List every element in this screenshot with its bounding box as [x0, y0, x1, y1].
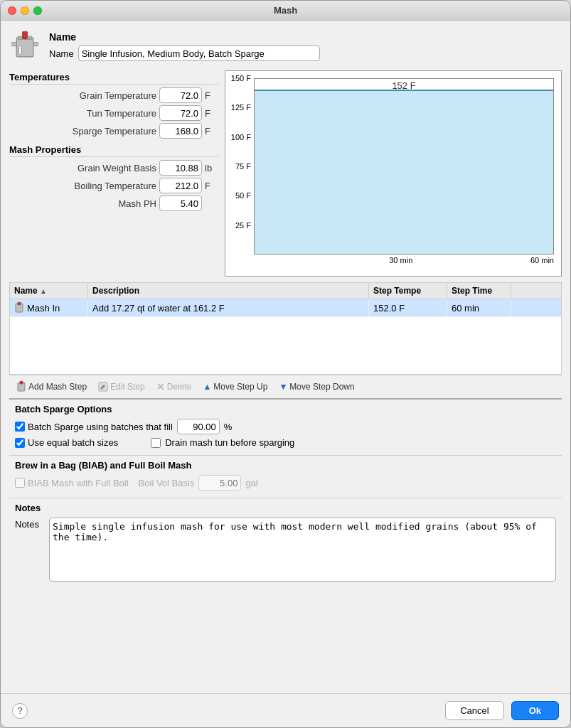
cell-name-text: Mash In [27, 303, 60, 314]
name-fields: Name Name [49, 31, 320, 61]
grain-temp-input[interactable] [159, 87, 202, 103]
name-row: Name [49, 46, 320, 61]
tun-temp-label: Tun Temperature [9, 108, 156, 119]
biab-label: BIAB Mash with Full Boil [28, 478, 129, 488]
minimize-button[interactable] [21, 6, 29, 15]
biab-checkbox[interactable] [15, 478, 25, 488]
y-label-100: 100 F [231, 133, 251, 141]
chart-drawing-area: 152 F [254, 78, 554, 255]
boil-vol-label: Boil Vol Basis [139, 478, 195, 488]
biab-header: Brew in a Bag (BIAB) and Full Boil Mash [15, 460, 556, 471]
window-controls [8, 6, 42, 15]
x-axis: 30 min 60 min [254, 256, 554, 273]
equal-batch-checkbox[interactable] [15, 438, 25, 448]
batch-sparge-row: Batch Sparge using batches that fill % [15, 419, 556, 434]
svg-rect-9 [20, 381, 23, 384]
move-down-label: Move Step Down [289, 382, 354, 392]
title-bar: Mash [1, 1, 570, 21]
move-down-button[interactable]: ▼ Move Step Down [274, 380, 358, 393]
add-step-label: Add Mash Step [28, 382, 87, 392]
cell-name: Mash In [10, 299, 88, 316]
step-icon [14, 302, 24, 314]
edit-step-icon [98, 382, 108, 392]
help-button[interactable]: ? [12, 703, 28, 719]
window-title: Mash [274, 5, 297, 16]
biab-checkbox-container: BIAB Mash with Full Boil [15, 478, 129, 488]
x-label-30: 30 min [389, 256, 412, 264]
temperatures-header: Temperatures [9, 70, 219, 85]
table-header: Name ▲ Description Step Tempe Step Time [10, 283, 561, 299]
drain-row: Drain mash tun before sparging [151, 437, 294, 448]
mash-ph-unit [205, 198, 219, 209]
ok-button[interactable]: Ok [511, 701, 559, 720]
table-row[interactable]: Mash In Add 17.27 qt of water at 161.2 F… [10, 299, 561, 317]
content-area: Name Name Temperatures Grain Temperature… [1, 21, 570, 693]
boil-vol-input[interactable] [198, 475, 241, 491]
close-button[interactable] [8, 6, 16, 15]
y-label-125: 125 F [231, 103, 251, 112]
name-section: Name Name [9, 29, 562, 63]
notes-textarea[interactable]: Simple single infusion mash for use with… [49, 518, 556, 582]
move-up-icon: ▲ [203, 382, 211, 392]
equal-batch-checkbox-container: Use equal batch sizes [15, 437, 118, 448]
delete-button[interactable]: ✕ Delete [152, 380, 196, 394]
main-window: Mash Name Name [0, 0, 571, 728]
grain-temp-unit: F [205, 90, 219, 101]
add-step-icon [16, 381, 26, 392]
drain-label: Drain mash tun before sparging [165, 437, 294, 448]
delete-icon: ✕ [156, 381, 165, 392]
biab-row: BIAB Mash with Full Boil Boil Vol Basis … [15, 475, 556, 491]
biab-section: Brew in a Bag (BIAB) and Full Boil Mash … [9, 456, 562, 498]
sparge-temp-input[interactable] [159, 123, 202, 139]
name-header: Name [49, 31, 320, 43]
y-label-25: 25 F [235, 221, 251, 230]
ok-label: Ok [529, 705, 541, 716]
cell-step-time: 60 min [447, 299, 511, 316]
batch-sparge-checkbox[interactable] [15, 422, 25, 432]
batch-sparge-value-input[interactable] [177, 419, 220, 434]
y-label-75: 75 F [235, 162, 251, 171]
batch-sparge-unit: % [224, 422, 233, 432]
batch-sparge-section: Batch Sparge Options Batch Sparge using … [9, 400, 562, 456]
grain-weight-unit: lb [205, 163, 219, 173]
y-label-50: 50 F [235, 191, 251, 200]
toolbar: Add Mash Step Edit Step ✕ Delete ▲ Move … [9, 375, 562, 400]
sparge-temp-unit: F [205, 126, 219, 136]
boiling-temp-row: Boiling Temperature F [9, 178, 219, 193]
edit-step-button[interactable]: Edit Step [94, 380, 149, 393]
notes-section: Notes Notes Simple single infusion mash … [9, 498, 562, 685]
grain-temp-row: Grain Temperature F [9, 87, 219, 103]
main-area: Temperatures Grain Temperature F Tun Tem… [9, 70, 562, 277]
grain-weight-row: Grain Weight Basis lb [9, 160, 219, 176]
mash-chart: 150 F 125 F 100 F 75 F 50 F 25 F 152 F [225, 70, 562, 277]
y-axis: 150 F 125 F 100 F 75 F 50 F 25 F [227, 78, 254, 255]
add-step-button[interactable]: Add Mash Step [12, 380, 91, 394]
left-panel: Temperatures Grain Temperature F Tun Tem… [9, 70, 219, 277]
grain-weight-input[interactable] [159, 160, 202, 176]
tun-temp-input[interactable] [159, 105, 202, 121]
cancel-button[interactable]: Cancel [445, 701, 503, 720]
boiling-temp-label: Boiling Temperature [9, 181, 156, 191]
col-empty [511, 283, 561, 299]
cell-description: Add 17.27 qt of water at 161.2 F [88, 299, 369, 316]
cell-extra [511, 299, 561, 316]
name-input[interactable] [78, 46, 320, 61]
x-label-60: 60 min [530, 256, 554, 264]
col-description: Description [88, 283, 369, 299]
drain-checkbox[interactable] [151, 438, 161, 448]
mash-ph-input[interactable] [159, 196, 202, 211]
boiling-temp-input[interactable] [159, 178, 202, 193]
tun-temp-row: Tun Temperature F [9, 105, 219, 121]
sparge-temp-row: Sparge Temperature F [9, 123, 219, 139]
grain-temp-label: Grain Temperature [9, 90, 156, 101]
move-up-label: Move Step Up [213, 382, 267, 392]
cell-step-temp: 152.0 F [369, 299, 447, 316]
edit-step-label: Edit Step [110, 382, 145, 392]
batch-sparge-header: Batch Sparge Options [15, 404, 556, 414]
maximize-button[interactable] [33, 6, 42, 15]
mash-steps-table: Name ▲ Description Step Tempe Step Time … [9, 282, 562, 375]
batch-sparge-label: Batch Sparge using batches that fill [28, 422, 173, 432]
table-empty-area [10, 317, 561, 374]
batch-sparge-checkbox-container: Batch Sparge using batches that fill [15, 422, 173, 432]
move-up-button[interactable]: ▲ Move Step Up [198, 380, 272, 393]
